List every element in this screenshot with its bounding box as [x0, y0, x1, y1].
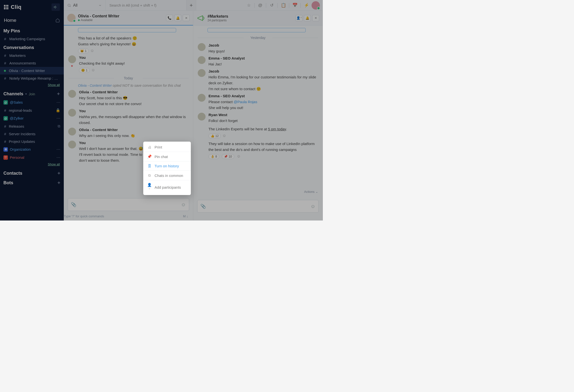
- show-all-link[interactable]: Show all: [0, 161, 64, 168]
- avatar[interactable]: [198, 69, 205, 77]
- more-icon[interactable]: ⋯: [56, 147, 60, 152]
- more-icon[interactable]: ⋯: [56, 155, 60, 160]
- more-icon[interactable]: ⋯: [56, 100, 60, 105]
- call-button[interactable]: 📞: [166, 15, 173, 21]
- star-icon[interactable]: ★: [71, 64, 76, 68]
- show-all-link[interactable]: Show all: [0, 82, 64, 89]
- sender-name: You: [79, 109, 189, 113]
- add-participant-button[interactable]: 👤⁺: [296, 15, 303, 21]
- conv-label: Announcements: [9, 61, 36, 65]
- conversation-item[interactable]: #Notely Webpage Revamp : …: [0, 75, 64, 82]
- message-text: They will take a session on how to make …: [208, 141, 318, 153]
- message-text: Our secret chat to not store the convo!: [79, 101, 189, 107]
- add-contact-icon[interactable]: +: [57, 170, 60, 176]
- menu-chats-in-common[interactable]: ⧉Chats in common: [143, 171, 191, 180]
- close-button[interactable]: ✕: [312, 15, 319, 21]
- avatar[interactable]: [68, 128, 76, 135]
- hash-icon: #: [3, 54, 7, 57]
- close-button[interactable]: ✕: [183, 15, 190, 21]
- add-channel-icon[interactable]: +: [57, 91, 60, 97]
- channel-item[interactable]: #regional-leads🔒: [0, 106, 64, 114]
- avatar[interactable]: [198, 113, 205, 121]
- conversation-item-active[interactable]: Olivia - Content Writer: [0, 67, 64, 75]
- menu-print[interactable]: 🖨Print: [143, 143, 191, 152]
- attachment-preview[interactable]: [207, 28, 306, 32]
- join-link[interactable]: Join: [29, 92, 35, 96]
- avatar[interactable]: [198, 56, 205, 64]
- add-reaction-icon[interactable]: ☺: [237, 154, 241, 158]
- channel-item[interactable]: @@Sales⋯: [0, 98, 64, 106]
- chat-avatar[interactable]: [67, 14, 76, 22]
- emoji-icon[interactable]: ☺: [310, 204, 315, 209]
- compose-box[interactable]: 📎 ☺: [68, 198, 189, 211]
- conv-label: Notely Webpage Revamp : …: [9, 76, 58, 80]
- profile-avatar[interactable]: [311, 1, 320, 10]
- attachment-preview[interactable]: [78, 28, 176, 32]
- hash-icon: #: [3, 108, 7, 112]
- channel-item[interactable]: #Server Incidents: [0, 130, 64, 138]
- sidebar-home[interactable]: Home: [0, 14, 64, 26]
- menu-turn-on-history[interactable]: 🗄Turn on history: [143, 161, 191, 170]
- actions-dropdown[interactable]: Actions ⌄: [304, 190, 318, 194]
- conversation-item[interactable]: #Marketers: [0, 52, 64, 59]
- notifications-button[interactable]: 🔔: [304, 15, 311, 21]
- filter-dropdown[interactable]: All: [64, 0, 105, 11]
- pin-item[interactable]: #Marketing Campaigns: [0, 35, 64, 43]
- notifications-button[interactable]: 🔔: [174, 15, 181, 21]
- avatar[interactable]: [68, 109, 76, 117]
- mentions-icon[interactable]: @: [257, 3, 264, 8]
- sender-name: You: [79, 55, 189, 59]
- compose-box[interactable]: 📎 ☺: [197, 200, 319, 213]
- add-reaction-icon[interactable]: ☺: [91, 68, 95, 72]
- search-input[interactable]: Search in All (cmd + shift + f): [105, 0, 186, 11]
- reaction-badge[interactable]: 😺 1: [78, 49, 89, 54]
- sidebar-header: Cliq: [0, 0, 64, 14]
- app-logo: Cliq: [11, 4, 21, 10]
- message-text: Folks! don't forget: [208, 118, 318, 124]
- channel-item[interactable]: @@Zylker⋯: [0, 114, 64, 122]
- pins-heading: My Pins: [0, 26, 64, 35]
- more-icon[interactable]: ⋯: [56, 116, 60, 121]
- contacts-heading[interactable]: Contacts+: [0, 168, 64, 178]
- channel-item[interactable]: ⊞Organization⋯: [0, 145, 64, 153]
- menu-add-participants[interactable]: 👤⁺Add participants: [143, 180, 191, 194]
- menu-pin-chat[interactable]: 📌Pin chat: [143, 152, 191, 161]
- message-text: Checking the list right away!: [79, 60, 189, 66]
- apps-grid-icon[interactable]: [4, 5, 8, 9]
- channel-item[interactable]: #Releases⧉: [0, 122, 64, 130]
- shared-icon: ⧉: [147, 173, 152, 178]
- channel-header-actions: 👤⁺ 🔔 ✕: [296, 15, 319, 21]
- new-chat-button[interactable]: +: [186, 0, 196, 11]
- channel-item[interactable]: #Project Updates: [0, 138, 64, 145]
- message-list[interactable]: Yesterday JacobHey guys! Emma - SEO Anal…: [193, 25, 323, 197]
- conversation-item[interactable]: #Announcements: [0, 59, 64, 67]
- plug-icon[interactable]: ⚡: [303, 3, 310, 8]
- emoji-icon[interactable]: ☺: [181, 202, 186, 207]
- search-icon: [67, 3, 71, 7]
- avatar[interactable]: [68, 141, 76, 149]
- channel-header: #Marketers 24 participants 👤⁺ 🔔 ✕: [193, 11, 323, 25]
- reaction-badge[interactable]: 📌 10: [222, 154, 234, 159]
- avatar[interactable]: [68, 90, 76, 98]
- mention[interactable]: @Paula Rojas: [234, 100, 257, 104]
- avatar[interactable]: [198, 43, 205, 51]
- markdown-toggle[interactable]: M ↓: [183, 214, 193, 218]
- sound-toggle-button[interactable]: [52, 3, 60, 11]
- avatar[interactable]: [68, 55, 76, 63]
- add-reaction-icon[interactable]: ☺: [90, 49, 94, 53]
- clipboard-icon[interactable]: 📋: [280, 3, 287, 8]
- channel-item[interactable]: ♡Personal⋯: [0, 153, 64, 161]
- avatar[interactable]: [198, 94, 205, 102]
- attachment-icon[interactable]: 📎: [200, 204, 206, 209]
- reaction-badge[interactable]: 😊1: [79, 68, 90, 73]
- history-icon[interactable]: ↺: [268, 3, 275, 8]
- attachment-icon[interactable]: 📎: [71, 202, 76, 207]
- star-icon[interactable]: ☆: [245, 3, 252, 8]
- channel-label: Personal: [10, 155, 54, 160]
- reaction-badge[interactable]: 👍 12: [208, 133, 221, 138]
- add-bot-icon[interactable]: +: [57, 180, 60, 186]
- reaction-badge[interactable]: 👌 8: [208, 154, 219, 159]
- calendar-icon[interactable]: 📅: [291, 3, 299, 8]
- bots-heading[interactable]: Bots+: [0, 178, 64, 187]
- add-reaction-icon[interactable]: ☺: [222, 133, 226, 138]
